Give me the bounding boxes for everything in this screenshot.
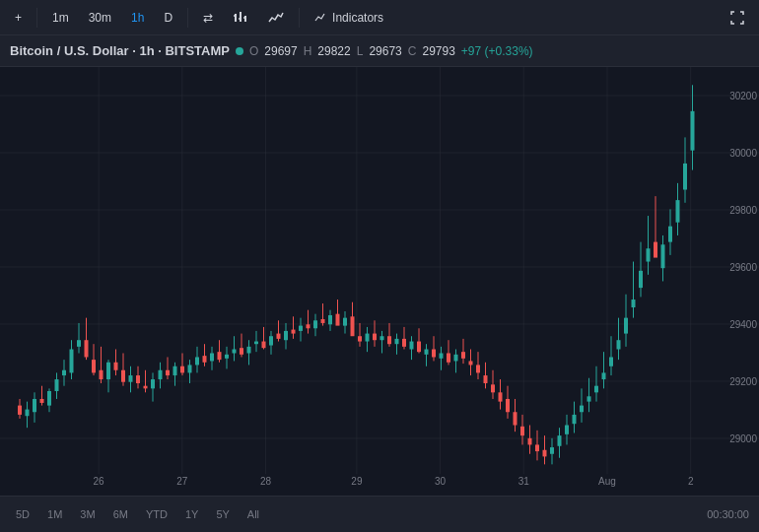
- y-label: 29600: [729, 262, 757, 273]
- compare-button[interactable]: ⇄: [196, 8, 220, 28]
- svg-rect-196: [661, 244, 665, 268]
- period-1m-button[interactable]: 1M: [41, 506, 68, 522]
- svg-rect-198: [668, 227, 672, 242]
- svg-rect-200: [676, 200, 680, 223]
- y-label: 30000: [729, 148, 757, 159]
- y-axis-labels: 30200 30000 29800 29600 29400 29200 2900…: [713, 67, 757, 496]
- timeframe-1h-button[interactable]: 1h: [124, 8, 151, 28]
- bar-type-button[interactable]: [226, 8, 255, 28]
- fullscreen-button[interactable]: [724, 8, 751, 28]
- divider2: [187, 8, 188, 28]
- indicators-button[interactable]: Indicators: [308, 8, 390, 28]
- period-5y-button[interactable]: 5Y: [210, 506, 235, 522]
- svg-rect-134: [432, 350, 436, 358]
- svg-rect-26: [33, 399, 36, 412]
- svg-rect-190: [639, 271, 643, 288]
- svg-rect-94: [284, 331, 288, 340]
- divider: [36, 8, 37, 28]
- svg-rect-2: [244, 16, 246, 22]
- svg-rect-50: [121, 370, 125, 382]
- svg-rect-78: [225, 355, 229, 359]
- svg-rect-204: [691, 111, 695, 151]
- svg-rect-186: [624, 318, 628, 334]
- svg-rect-56: [144, 386, 148, 389]
- svg-rect-164: [543, 450, 547, 457]
- low-value: 29673: [369, 44, 401, 58]
- svg-rect-90: [269, 336, 273, 345]
- svg-rect-112: [351, 316, 355, 336]
- svg-rect-160: [528, 438, 532, 445]
- svg-rect-30: [47, 391, 51, 406]
- period-5d-button[interactable]: 5D: [10, 506, 35, 522]
- svg-rect-194: [654, 242, 657, 258]
- svg-rect-28: [40, 399, 44, 403]
- status-dot: [236, 47, 243, 55]
- svg-rect-148: [484, 375, 488, 383]
- svg-rect-98: [299, 326, 303, 331]
- x-axis-labels: 26 27 28 29 30 31 Aug 2: [0, 476, 759, 494]
- svg-rect-144: [469, 361, 473, 365]
- timeframe-d-button[interactable]: D: [157, 8, 179, 28]
- timeframe-label: 1h: [131, 11, 144, 25]
- close-value: 29793: [422, 44, 454, 58]
- svg-rect-188: [632, 299, 636, 307]
- symbol-name: Bitcoin / U.S. Dollar · 1h · BITSTAMP: [10, 43, 230, 58]
- svg-rect-128: [410, 342, 414, 350]
- divider3: [299, 8, 300, 28]
- change-value: +97 (+0.33%): [461, 44, 533, 58]
- svg-rect-42: [92, 360, 96, 372]
- x-label: 26: [94, 476, 104, 487]
- svg-rect-46: [106, 363, 110, 379]
- svg-rect-54: [136, 375, 140, 383]
- svg-rect-202: [683, 164, 687, 190]
- bottom-bar: 5D 1M 3M 6M YTD 1Y 5Y All 00:30:00: [0, 496, 759, 532]
- svg-rect-102: [313, 320, 317, 328]
- period-3m-button[interactable]: 3M: [74, 506, 101, 522]
- x-label: 2: [688, 476, 694, 487]
- chart-area[interactable]: 30200 30000 29800 29600 29400 29200 2900…: [0, 67, 759, 496]
- y-label: 29800: [729, 204, 757, 215]
- svg-rect-76: [218, 352, 222, 360]
- x-label: 31: [518, 476, 529, 487]
- high-value: 29822: [317, 44, 350, 58]
- svg-rect-136: [440, 353, 444, 358]
- svg-rect-182: [609, 357, 613, 366]
- svg-rect-84: [247, 347, 251, 354]
- period-6m-button[interactable]: 6M: [107, 506, 134, 522]
- timeframe-30m-button[interactable]: 30m: [82, 8, 118, 28]
- svg-rect-68: [188, 365, 192, 372]
- svg-rect-44: [100, 370, 104, 379]
- svg-rect-192: [647, 248, 651, 261]
- x-label: 27: [176, 476, 187, 487]
- x-label: 29: [351, 476, 362, 487]
- svg-rect-48: [114, 363, 118, 370]
- svg-rect-178: [594, 386, 598, 393]
- svg-rect-72: [203, 356, 207, 363]
- x-label: 30: [435, 476, 446, 487]
- open-label: O: [249, 44, 258, 58]
- chart-type-icon: [268, 11, 284, 25]
- period-1y-button[interactable]: 1Y: [179, 506, 204, 522]
- high-label: H: [304, 44, 312, 58]
- candlestick-chart: [0, 67, 759, 496]
- fullscreen-icon: [730, 11, 744, 25]
- svg-rect-1: [240, 12, 242, 22]
- svg-rect-80: [233, 350, 237, 354]
- svg-rect-130: [417, 342, 421, 353]
- open-value: 29697: [264, 44, 297, 58]
- svg-rect-118: [373, 334, 377, 341]
- chart-type-button[interactable]: [261, 8, 291, 28]
- svg-rect-106: [328, 315, 332, 324]
- y-label: 29400: [729, 319, 757, 330]
- toolbar: + 1m 30m 1h D ⇄ Indicators: [0, 0, 759, 35]
- timeframe-1m-button[interactable]: 1m: [45, 8, 76, 28]
- svg-rect-86: [254, 342, 258, 345]
- svg-rect-60: [159, 370, 163, 379]
- add-symbol-button[interactable]: +: [8, 8, 29, 28]
- svg-rect-162: [535, 444, 539, 451]
- svg-rect-124: [395, 339, 399, 344]
- svg-rect-40: [85, 340, 89, 357]
- period-ytd-button[interactable]: YTD: [140, 506, 173, 522]
- period-all-button[interactable]: All: [242, 506, 265, 522]
- x-label: 28: [260, 476, 271, 487]
